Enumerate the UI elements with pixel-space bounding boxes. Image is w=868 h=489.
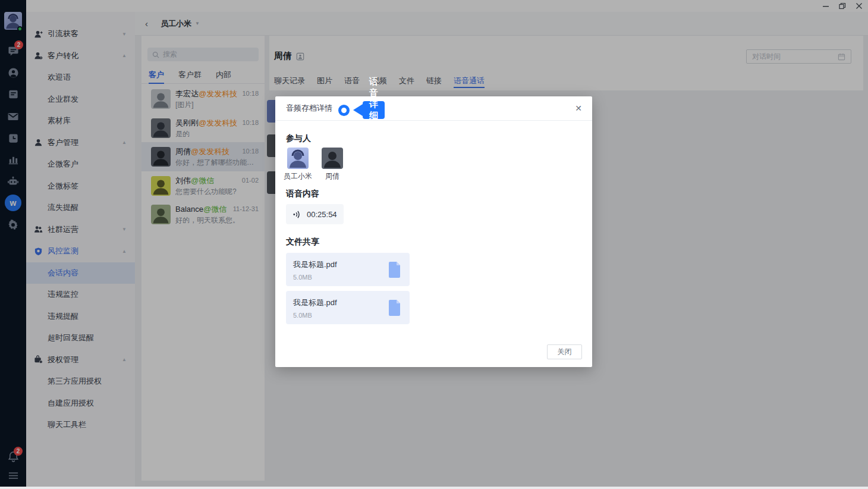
close-icon[interactable]: ✕	[573, 103, 584, 114]
annotation-arrow-icon	[353, 104, 363, 116]
pdf-file-icon	[388, 300, 401, 316]
desktop-strip	[0, 487, 868, 489]
shared-file-card[interactable]: 我是标题.pdf 5.0MB	[286, 253, 410, 286]
modal-header: 音频存档详情 ✕	[275, 96, 592, 121]
annotation-label: 语音详细信息	[363, 101, 385, 119]
voice-message-chip[interactable]: 00:25:54	[286, 204, 344, 224]
shared-file-card[interactable]: 我是标题.pdf 5.0MB	[286, 291, 410, 324]
modal-title: 音频存档详情	[286, 103, 332, 114]
participant-avatar[interactable]	[322, 148, 343, 169]
participants-heading: 参与人	[286, 133, 311, 144]
participant-name: 周倩	[315, 171, 350, 181]
screen: 2	[0, 0, 868, 489]
voice-duration: 00:25:54	[307, 210, 337, 219]
participant-avatar[interactable]	[287, 148, 309, 169]
pdf-file-icon	[388, 262, 401, 278]
app-window: 2	[0, 0, 868, 487]
voice-wave-icon	[293, 210, 301, 219]
audio-archive-modal: 音频存档详情 ✕ 参与人 员工小米 周倩 语音内容 00:25:54 文件共享 …	[275, 96, 592, 367]
voice-content-heading: 语音内容	[286, 189, 319, 199]
annotation-target-dot	[338, 105, 350, 116]
file-share-heading: 文件共享	[286, 237, 319, 247]
close-modal-button[interactable]: 关闭	[547, 344, 582, 359]
participant-name: 员工小米	[280, 171, 316, 181]
